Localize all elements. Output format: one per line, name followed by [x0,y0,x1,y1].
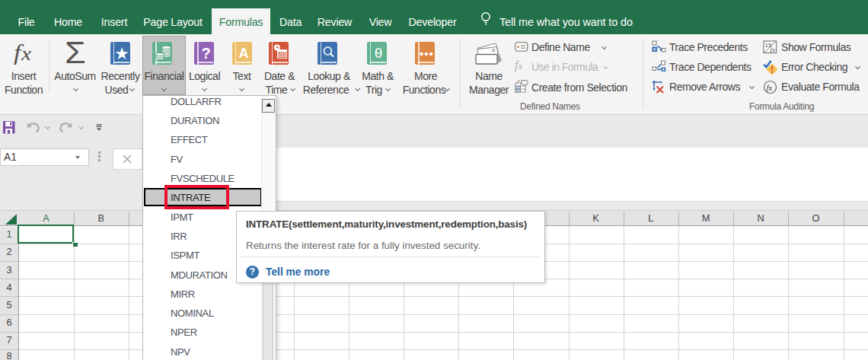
svg-text:fx: fx [767,83,773,92]
svg-text:fx: fx [771,46,776,53]
